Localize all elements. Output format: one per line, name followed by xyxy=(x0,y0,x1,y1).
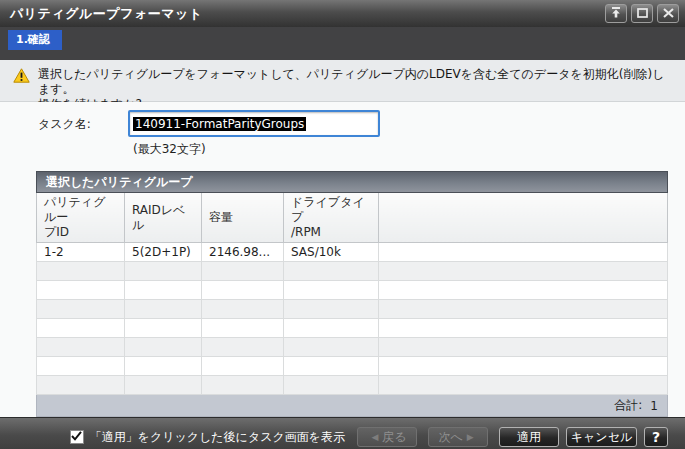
wizard-step-row: 1.確認 xyxy=(0,27,685,60)
checkmark-icon xyxy=(71,430,82,444)
apply-button[interactable]: 適用 xyxy=(499,427,559,447)
empty-cell xyxy=(379,262,668,281)
empty-cell xyxy=(125,262,202,281)
dialog-body: タスク名: 140911-FormatParityGroups (最大32文字)… xyxy=(0,102,685,417)
empty-cell xyxy=(37,319,125,338)
empty-cell xyxy=(202,262,284,281)
selected-parity-groups-table: パリティグルー プID RAIDレベル 容量 ドライブタイプ /RPM 1-2 … xyxy=(36,193,668,395)
next-button[interactable]: 次へ ▶ xyxy=(428,427,488,447)
cell-filler xyxy=(379,243,668,262)
task-name-input[interactable]: 140911-FormatParityGroups xyxy=(128,110,380,137)
close-icon xyxy=(663,7,674,21)
empty-cell xyxy=(125,338,202,357)
empty-cell xyxy=(379,281,668,300)
empty-cell xyxy=(284,300,379,319)
help-button-label: ? xyxy=(652,429,660,445)
empty-cell xyxy=(284,357,379,376)
table-header-row: パリティグルー プID RAIDレベル 容量 ドライブタイプ /RPM xyxy=(37,193,668,243)
warning-banner: 選択したパリティグループをフォーマットして、パリティグループ内のLDEVを含む全… xyxy=(0,60,685,102)
col-header-capacity: 容量 xyxy=(202,193,284,243)
empty-table-row xyxy=(37,281,668,300)
close-button[interactable] xyxy=(657,4,679,23)
back-button[interactable]: ◀ 戻る xyxy=(357,427,417,447)
empty-cell xyxy=(202,338,284,357)
empty-cell xyxy=(379,376,668,395)
empty-cell xyxy=(284,262,379,281)
empty-cell xyxy=(379,338,668,357)
action-bar: 「適用」をクリックした後にタスク画面を表示 ◀ 戻る 次へ ▶ 適用 キャンセル… xyxy=(0,417,685,449)
empty-cell xyxy=(202,357,284,376)
warning-icon xyxy=(13,67,30,101)
empty-cell xyxy=(284,319,379,338)
dialog-title: パリティグループフォーマット xyxy=(10,5,601,23)
warning-message: 選択したパリティグループをフォーマットして、パリティグループ内のLDEVを含む全… xyxy=(38,67,675,101)
empty-cell xyxy=(125,376,202,395)
empty-cell xyxy=(37,281,125,300)
maximize-button[interactable] xyxy=(631,4,653,23)
col-header-drive-type-rpm: ドライブタイプ /RPM xyxy=(284,193,379,243)
empty-table-row xyxy=(37,338,668,357)
task-name-max-length-hint: (最大32文字) xyxy=(133,141,685,158)
empty-cell xyxy=(37,338,125,357)
empty-cell xyxy=(284,338,379,357)
back-arrow-icon: ◀ xyxy=(371,432,378,442)
empty-table-row xyxy=(37,357,668,376)
next-arrow-icon: ▶ xyxy=(467,432,474,442)
collapse-to-top-button[interactable] xyxy=(605,4,627,23)
total-value: 1 xyxy=(650,399,658,413)
empty-cell xyxy=(284,376,379,395)
empty-cell xyxy=(379,357,668,376)
apply-button-label: 適用 xyxy=(517,429,541,446)
cell-raid-level: 5(2D+1P) xyxy=(125,243,202,262)
table-footer: 合計: 1 xyxy=(36,395,668,417)
parity-group-format-dialog: パリティグループフォーマット 1.確認 選択したパリティグループをフォーマットし… xyxy=(0,0,685,449)
selected-parity-groups-section: 選択したパリティグループ パリティグルー プID RAIDレベル 容量 ドライブ… xyxy=(36,171,668,417)
cell-capacity: 2146.98... xyxy=(202,243,284,262)
empty-cell xyxy=(37,357,125,376)
total-label: 合計: xyxy=(614,397,642,414)
warning-line-1: 選択したパリティグループをフォーマットして、パリティグループ内のLDEVを含む全… xyxy=(38,67,675,97)
task-name-row: タスク名: 140911-FormatParityGroups xyxy=(0,102,685,137)
empty-cell xyxy=(125,281,202,300)
empty-cell xyxy=(202,319,284,338)
step-badge-confirm: 1.確認 xyxy=(8,30,62,50)
empty-table-row xyxy=(37,376,668,395)
empty-cell xyxy=(379,300,668,319)
task-name-label: タスク名: xyxy=(38,110,128,133)
empty-cell xyxy=(379,319,668,338)
empty-cell xyxy=(284,281,379,300)
empty-table-row xyxy=(37,300,668,319)
cancel-button-label: キャンセル xyxy=(571,429,632,446)
empty-cell xyxy=(37,262,125,281)
empty-cell xyxy=(125,300,202,319)
table-body: 1-2 5(2D+1P) 2146.98... SAS/10k xyxy=(37,243,668,395)
empty-cell xyxy=(125,319,202,338)
cell-parity-group-id: 1-2 xyxy=(37,243,125,262)
next-button-label: 次へ xyxy=(438,429,462,446)
task-name-selected-text: 140911-FormatParityGroups xyxy=(133,117,306,131)
dialog-titlebar: パリティグループフォーマット xyxy=(0,0,685,27)
empty-cell xyxy=(125,357,202,376)
empty-table-row xyxy=(37,262,668,281)
cancel-button[interactable]: キャンセル xyxy=(566,427,637,447)
table-section-header: 選択したパリティグループ xyxy=(36,171,668,193)
empty-cell xyxy=(202,376,284,395)
maximize-icon xyxy=(637,7,648,21)
empty-cell xyxy=(37,376,125,395)
col-header-filler xyxy=(379,193,668,243)
empty-cell xyxy=(202,300,284,319)
empty-cell xyxy=(37,300,125,319)
arrow-to-top-icon xyxy=(610,7,622,21)
cell-drive-type-rpm: SAS/10k xyxy=(284,243,379,262)
help-button[interactable]: ? xyxy=(644,427,668,447)
col-header-raid-level: RAIDレベル xyxy=(125,193,202,243)
col-header-parity-group-id: パリティグルー プID xyxy=(37,193,125,243)
back-button-label: 戻る xyxy=(382,429,406,446)
empty-table-row xyxy=(37,319,668,338)
show-task-screen-checkbox[interactable] xyxy=(70,430,84,444)
show-task-screen-label: 「適用」をクリックした後にタスク画面を表示 xyxy=(90,429,345,446)
table-row: 1-2 5(2D+1P) 2146.98... SAS/10k xyxy=(37,243,668,262)
empty-cell xyxy=(202,281,284,300)
